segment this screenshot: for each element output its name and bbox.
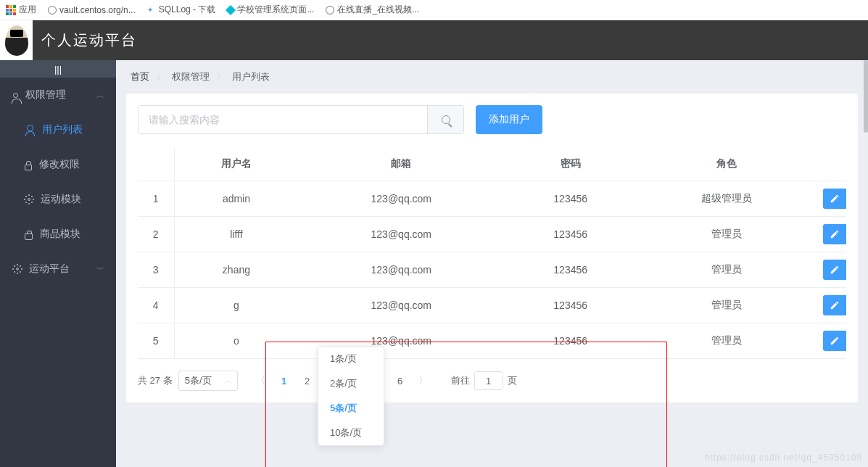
add-user-button[interactable]: 添加用户 (476, 105, 542, 134)
bookmark-item[interactable]: vault.centos.org/n... (48, 5, 136, 15)
dropdown-option[interactable]: 10条/页 (318, 421, 384, 445)
cell-index: 2 (138, 217, 174, 252)
table-row: 2lifff123@qq.com123456管理员 (138, 217, 846, 252)
cell-password: 123456 (504, 252, 637, 288)
sidebar-item-sport-module[interactable]: 运动模块 (0, 182, 116, 217)
cell-password: 123456 (504, 323, 637, 359)
pager-page[interactable]: 6 (390, 371, 410, 391)
page-size-dropdown: 1条/页2条/页5条/页10条/页 (318, 346, 384, 446)
apps-label: 应用 (19, 4, 36, 16)
goods-icon (25, 233, 33, 240)
chevron-down-icon: ﹀ (96, 264, 104, 275)
table-header-email: 邮箱 (298, 147, 504, 181)
person-icon (25, 125, 35, 135)
cell-index: 4 (138, 288, 174, 323)
dropdown-option[interactable]: 5条/页 (318, 396, 384, 421)
edit-button[interactable] (823, 295, 846, 315)
sun-icon (16, 268, 19, 270)
cell-user: o (174, 323, 298, 359)
chevron-up-icon: ︿ (224, 376, 231, 386)
browser-bookmarks-bar: 应用 vault.centos.org/n... ✦SQLLog - 下载 学校… (0, 0, 868, 20)
sidebar-item-goods-module[interactable]: 商品模块 (0, 217, 116, 252)
breadcrumb-home[interactable]: 首页 (131, 70, 149, 83)
pager-next[interactable]: 〉 (413, 371, 434, 391)
bookmark-item[interactable]: 在线直播_在线视频... (326, 4, 419, 16)
bookmark-item[interactable]: 学校管理系统页面... (227, 4, 314, 16)
cell-user: admin (174, 181, 298, 217)
cell-index: 5 (138, 323, 174, 359)
table-row: 5o123@qq.com123456管理员 (138, 323, 846, 359)
page-size-selector[interactable]: 5条/页 ︿ (178, 371, 238, 391)
apps-shortcut[interactable]: 应用 (6, 4, 36, 16)
search-button[interactable] (427, 106, 463, 133)
cell-password: 123456 (504, 217, 637, 252)
user-icon (13, 93, 18, 98)
dropdown-option[interactable]: 1条/页 (318, 347, 384, 371)
breadcrumb-sep-icon: 〉 (157, 72, 165, 83)
sun-icon (28, 198, 30, 201)
table-header-password: 密码 (504, 147, 637, 181)
cell-email: 123@qq.com (298, 252, 504, 288)
breadcrumb-item: 用户列表 (232, 70, 270, 83)
sql-icon: ✦ (147, 6, 156, 15)
cell-role: 管理员 (637, 252, 816, 288)
pager-jump-input[interactable] (474, 371, 503, 390)
globe-icon (48, 6, 57, 15)
sidebar-item-user-list[interactable]: 用户列表 (0, 112, 116, 147)
table-header-user: 用户名 (174, 147, 298, 181)
avatar[interactable] (0, 20, 33, 60)
pager-page[interactable]: 1 (274, 371, 294, 391)
sidebar-group-permissions[interactable]: 权限管理 ︿ (0, 78, 116, 112)
cell-role: 管理员 (637, 288, 816, 323)
bookmark-item[interactable]: ✦SQLLog - 下载 (147, 4, 216, 16)
table-row: 1admin123@qq.com123456超级管理员 (138, 181, 846, 217)
cell-password: 123456 (504, 181, 637, 217)
scrollbar[interactable] (864, 60, 868, 133)
search-input[interactable] (139, 106, 427, 133)
table-row: 4g123@qq.com123456管理员 (138, 288, 846, 323)
edit-button[interactable] (823, 224, 846, 244)
pagination: 共 27 条 5条/页 ︿ 〈 123456 〉 前往 页 (138, 371, 846, 391)
cell-role: 管理员 (637, 217, 816, 252)
pager-page[interactable]: 2 (297, 371, 318, 391)
cell-email: 123@qq.com (298, 181, 504, 217)
apps-grid-icon (6, 5, 16, 15)
cell-user: lifff (174, 217, 298, 252)
diamond-icon (226, 4, 236, 15)
globe-icon (326, 6, 334, 15)
table-header-role: 角色 (637, 147, 816, 181)
cell-email: 123@qq.com (298, 288, 504, 323)
app-title: 个人运动平台 (41, 30, 137, 50)
cell-user: g (174, 288, 298, 323)
edit-button[interactable] (823, 331, 846, 351)
cell-role: 管理员 (637, 323, 816, 359)
search-icon (442, 115, 450, 124)
pager-jump: 前往 页 (451, 371, 517, 390)
cell-password: 123456 (504, 288, 637, 323)
app-header: 个人运动平台 (0, 20, 868, 60)
sidebar-item-modify-permission[interactable]: 修改权限 (0, 147, 116, 182)
sidebar: ||| 权限管理 ︿ 用户列表 修改权限 运动模块 商品模块 运动平台 ﹀ (0, 60, 116, 467)
search-wrapper (138, 105, 464, 134)
cell-index: 3 (138, 252, 174, 288)
sidebar-collapse[interactable]: ||| (0, 60, 116, 78)
content-card: 添加用户 用户名 邮箱 密码 角色 1admin123@qq.com123456… (126, 94, 858, 402)
dropdown-option[interactable]: 2条/页 (318, 371, 384, 396)
lock-icon (25, 165, 32, 170)
edit-button[interactable] (823, 189, 846, 209)
sidebar-group-sport-platform[interactable]: 运动平台 ﹀ (0, 252, 116, 286)
pager-prev[interactable]: 〈 (251, 371, 271, 391)
table-row: 3zhang123@qq.com123456管理员 (138, 252, 846, 288)
cell-role: 超级管理员 (637, 181, 816, 217)
pagination-total: 共 27 条 (138, 374, 173, 387)
cell-index: 1 (138, 181, 174, 217)
edit-button[interactable] (823, 260, 846, 280)
cell-email: 123@qq.com (298, 217, 504, 252)
users-table: 用户名 邮箱 密码 角色 1admin123@qq.com123456超级管理员… (138, 147, 846, 359)
breadcrumb-sep-icon: 〉 (217, 72, 225, 83)
chevron-up-icon: ︿ (96, 90, 104, 101)
table-header-index (138, 147, 174, 181)
breadcrumb-item[interactable]: 权限管理 (172, 70, 210, 83)
main-content: 首页 〉 权限管理 〉 用户列表 添加用户 用户名 邮箱 密码 角色 (116, 60, 868, 467)
breadcrumb: 首页 〉 权限管理 〉 用户列表 (116, 60, 868, 94)
